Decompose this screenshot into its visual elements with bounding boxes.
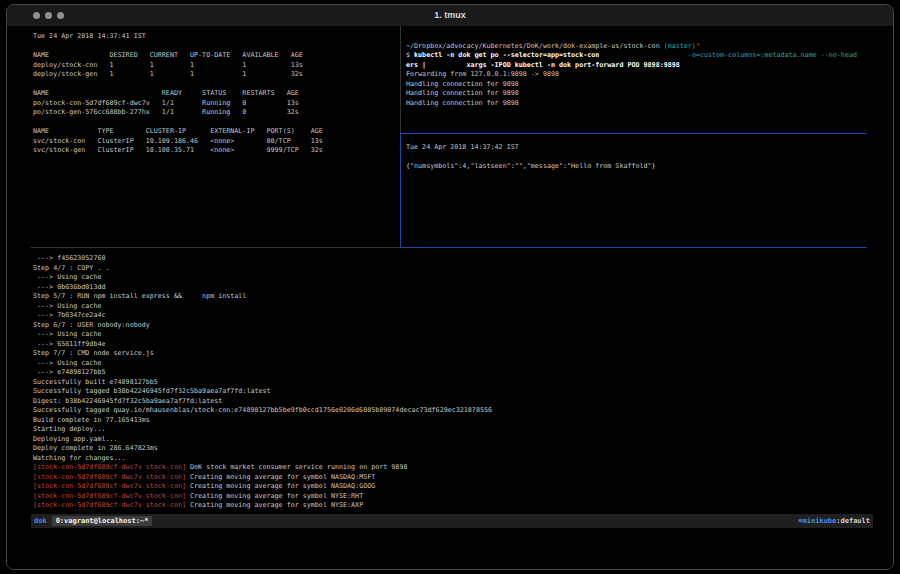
pane-divider-vertical-top[interactable] — [400, 26, 401, 133]
terminal-line: Starting deploy... — [33, 425, 863, 435]
pane-build-log[interactable]: ---> f45623052760Step 4/7 : COPY . . ---… — [33, 254, 863, 511]
terminal-line: ---> f45623052760 — [33, 254, 863, 264]
terminal-line: ---> 0b636bd013dd — [33, 283, 863, 293]
pane-divider-right-middle[interactable] — [400, 133, 867, 134]
window-tab[interactable]: 0:vagrant@localhost:~* — [52, 516, 153, 526]
terminal-line: [stock-con-5d7df689cf-dwc7v stock-con] C… — [33, 482, 863, 492]
terminal-line — [33, 80, 393, 90]
terminal-line: svc/stock-gen ClusterIP 10.100.35.71 <no… — [33, 146, 393, 156]
pane-port-forward[interactable]: ~/Dropbox/advocacy/Kubernetes/DoK/work/d… — [406, 32, 868, 108]
terminal-line: Forwarding from 127.0.0.1:9898 -> 9898 — [406, 70, 868, 80]
terminal-line: ---> 7b6347ce2a4c — [33, 311, 863, 321]
pane-divider-bottom-left[interactable] — [31, 247, 400, 248]
terminal-line: ers | xargs -IPOD kubectl -n dok port-fo… — [406, 61, 868, 71]
terminal-line: [stock-con-5d7df689cf-dwc7v stock-con] C… — [33, 473, 863, 483]
terminal-line: Successfully tagged b38b42246945fd7f32c5… — [33, 387, 863, 397]
terminal-line: Handling connection for 9898 — [406, 89, 868, 99]
terminal-line — [33, 118, 393, 128]
tmux-status-bar: dok 0:vagrant@localhost:~* ☸ minikube :d… — [31, 514, 873, 528]
terminal-line: ~/Dropbox/advocacy/Kubernetes/DoK/work/d… — [406, 42, 868, 52]
terminal-line: Step 4/7 : COPY . . — [33, 264, 863, 274]
terminal-line: deploy/stock-con 1 1 1 1 13s — [33, 61, 393, 71]
terminal-line: Handling connection for 9898 — [406, 80, 868, 90]
terminal-line: {"numsymbols":4,"lastseen":"","message":… — [406, 162, 868, 172]
terminal-line: ---> Using cache — [33, 330, 863, 340]
terminal-line: Tue 24 Apr 2018 14:37:42 IST — [406, 143, 868, 153]
terminal-line: Deploy complete in 286.647823ms — [33, 444, 863, 454]
terminal-line: ---> Using cache — [33, 273, 863, 283]
terminal-line: ---> Using cache — [33, 359, 863, 369]
terminal-line: Tue 24 Apr 2018 14:37:41 IST — [33, 32, 393, 42]
terminal-line: Deploying app.yaml... — [33, 435, 863, 445]
terminal-line: NAME READY STATUS RESTARTS AGE — [33, 89, 393, 99]
terminal-line: Successfully built e74898127bb5 — [33, 378, 863, 388]
terminal-line: Step 5/7 : RUN npm install express && np… — [33, 292, 863, 302]
terminal-line: Handling connection for 9898 — [406, 99, 868, 109]
window-title: 1. tmux — [7, 10, 893, 20]
status-right: ☸ minikube :default — [798, 517, 870, 525]
terminal-line: [stock-con-5d7df689cf-dwc7v stock-con] D… — [33, 463, 863, 473]
terminal-window: 1. tmux Tue 24 Apr 2018 14:37:41 ISTNAME… — [6, 4, 894, 570]
title-bar: 1. tmux — [7, 5, 893, 27]
kube-namespace: :default — [836, 517, 870, 525]
terminal-line — [33, 42, 393, 52]
pane-divider-vertical-active[interactable] — [400, 133, 401, 248]
terminal-line: ---> 65611ff9db4e — [33, 340, 863, 350]
terminal-line: [stock-con-5d7df689cf-dwc7v stock-con] C… — [33, 492, 863, 502]
terminal-line: svc/stock-con ClusterIP 10.109.186.46 <n… — [33, 137, 393, 147]
terminal-line — [406, 32, 868, 42]
terminal-line — [406, 153, 868, 163]
terminal-line: Step 6/7 : USER nobody:nobody — [33, 321, 863, 331]
terminal-line: ---> Using cache — [33, 302, 863, 312]
terminal-line: po/stock-gen-576cc688bb-277hx 1/1 Runnin… — [33, 108, 393, 118]
pane-kubectl-overview[interactable]: Tue 24 Apr 2018 14:37:41 ISTNAME DESIRED… — [33, 32, 393, 156]
terminal-line: deploy/stock-gen 1 1 1 1 32s — [33, 70, 393, 80]
terminal-line: po/stock-con-5d7df689cf-dwc7v 1/1 Runnin… — [33, 99, 393, 109]
terminal-line: Watching for changes... — [33, 454, 863, 464]
terminal-line: $ kubectl -n dok get po --selector=app=s… — [406, 51, 868, 61]
terminal-line: Step 7/7 : CMD node service.js — [33, 349, 863, 359]
session-name: dok — [34, 517, 47, 525]
tmux-session: Tue 24 Apr 2018 14:37:41 ISTNAME DESIRED… — [7, 26, 893, 569]
terminal-line: Build complete in 77.165413ms — [33, 416, 863, 426]
terminal-line: NAME TYPE CLUSTER-IP EXTERNAL-IP PORT(S)… — [33, 127, 393, 137]
kube-context: minikube — [803, 517, 837, 525]
terminal-line: Digest: b38b42246945fd7f32c5ba9aea7af7fd… — [33, 397, 863, 407]
terminal-line: NAME DESIRED CURRENT UP-TO-DATE AVAILABL… — [33, 51, 393, 61]
pane-divider-bottom-right[interactable] — [400, 247, 867, 248]
terminal-line: Successfully tagged quay.io/mhausenblas/… — [33, 406, 863, 416]
terminal-line: [stock-con-5d7df689cf-dwc7v stock-con] C… — [33, 501, 863, 511]
pane-skaffold-response[interactable]: Tue 24 Apr 2018 14:37:42 IST{"numsymbols… — [406, 143, 868, 172]
terminal-line: ---> e74898127bb5 — [33, 368, 863, 378]
